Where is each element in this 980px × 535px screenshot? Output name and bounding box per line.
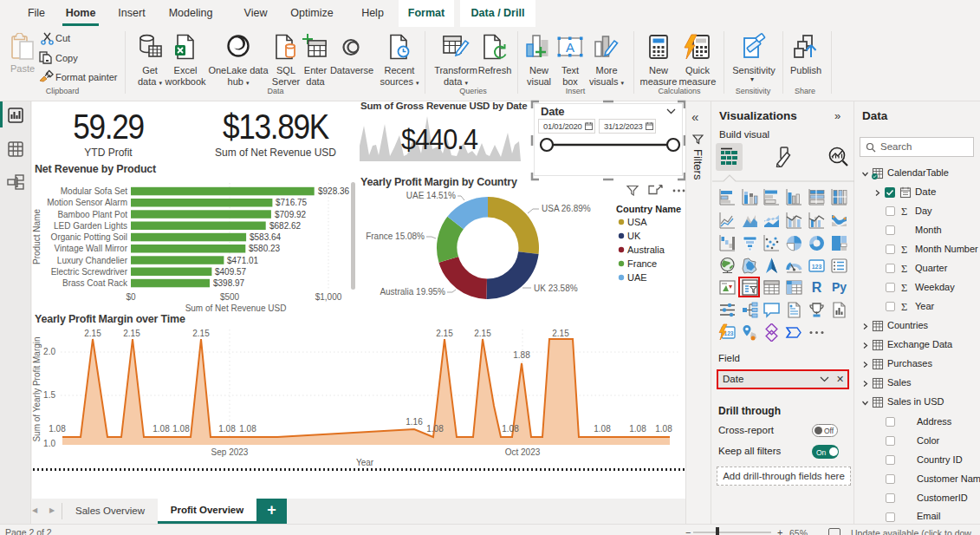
- svg-text:1.16: 1.16: [406, 417, 423, 427]
- svg-text:1.0: 1.0: [43, 439, 55, 448]
- svg-text:Sep 2023: Sep 2023: [211, 447, 249, 457]
- svg-text:1.5: 1.5: [43, 390, 55, 400]
- svg-text:France 15.08%: France 15.08%: [366, 232, 425, 241]
- svg-text:123: 123: [724, 330, 734, 336]
- svg-text:$716.75: $716.75: [276, 198, 308, 207]
- svg-text:1.08: 1.08: [629, 424, 646, 434]
- svg-text:Australia 19.95%: Australia 19.95%: [380, 287, 445, 297]
- svg-text:France: France: [627, 258, 657, 269]
- svg-text:1.08: 1.08: [655, 424, 672, 434]
- svg-text:2.15: 2.15: [192, 329, 210, 338]
- svg-text:2.15: 2.15: [436, 329, 453, 338]
- svg-text:UAE: UAE: [627, 272, 647, 283]
- svg-text:1.08: 1.08: [218, 424, 236, 434]
- svg-text:Vintage Wall Mirror: Vintage Wall Mirror: [55, 244, 128, 253]
- svg-text:1.08: 1.08: [426, 424, 444, 434]
- svg-text:Luxury Chandelier: Luxury Chandelier: [57, 256, 128, 265]
- svg-text:$928.36: $928.36: [318, 186, 350, 196]
- svg-text:R: R: [812, 280, 822, 295]
- svg-text:UK: UK: [627, 231, 641, 241]
- svg-text:1.08: 1.08: [49, 424, 66, 434]
- svg-text:$409.57: $409.57: [215, 267, 247, 277]
- svg-text:1.88: 1.88: [513, 350, 530, 360]
- svg-text:$0: $0: [126, 292, 136, 302]
- svg-text:Brass Coat Rack: Brass Coat Rack: [62, 278, 128, 288]
- svg-text:123: 123: [811, 263, 821, 269]
- svg-text:$471.01: $471.01: [227, 256, 259, 265]
- svg-text:1.08: 1.08: [502, 424, 519, 434]
- svg-text:LED Garden Lights: LED Garden Lights: [54, 221, 127, 231]
- svg-text:2.15: 2.15: [474, 329, 491, 338]
- svg-text:2.15: 2.15: [123, 329, 140, 338]
- svg-text:$398.97: $398.97: [213, 278, 245, 288]
- svg-text:$500: $500: [220, 292, 240, 302]
- svg-text:2.15: 2.15: [84, 329, 101, 338]
- svg-text:UAE 14.51%: UAE 14.51%: [406, 191, 456, 200]
- svg-text:1.08: 1.08: [153, 424, 170, 434]
- svg-text:1.08: 1.08: [172, 424, 190, 434]
- svg-text:Sum of Yearly Profit Margin: Sum of Yearly Profit Margin: [32, 336, 42, 441]
- svg-text:Motion Sensor Alarm: Motion Sensor Alarm: [47, 198, 127, 207]
- svg-text:Electric Screwdriver: Electric Screwdriver: [51, 267, 128, 277]
- svg-text:USA: USA: [627, 217, 647, 227]
- svg-text:2.0: 2.0: [43, 347, 55, 356]
- svg-text:Modular Sofa Set: Modular Sofa Set: [61, 186, 127, 196]
- svg-text:Organic Potting Soil: Organic Potting Soil: [51, 232, 127, 242]
- svg-text:UK 23.58%: UK 23.58%: [534, 284, 578, 293]
- svg-text:Product Name: Product Name: [32, 209, 42, 264]
- svg-text:$1,000: $1,000: [315, 292, 342, 302]
- svg-text:Australia: Australia: [627, 245, 665, 255]
- svg-text:USA 26.89%: USA 26.89%: [542, 204, 591, 213]
- svg-text:$709.92: $709.92: [275, 210, 307, 219]
- svg-text:2.15: 2.15: [552, 329, 569, 338]
- svg-text:$583.64: $583.64: [250, 232, 282, 242]
- svg-text:$682.62: $682.62: [269, 221, 302, 231]
- svg-text:Py: Py: [831, 280, 846, 294]
- svg-text:1.08: 1.08: [239, 424, 256, 434]
- svg-text:1.08: 1.08: [594, 424, 611, 434]
- svg-text:Oct 2023: Oct 2023: [505, 447, 541, 457]
- svg-text:Bamboo Plant Pot: Bamboo Plant Pot: [57, 210, 127, 219]
- svg-text:$580.23: $580.23: [249, 244, 281, 253]
- svg-text:A: A: [566, 40, 574, 55]
- svg-text:Year: Year: [356, 458, 374, 467]
- svg-text:Sum of Net Revenue USD: Sum of Net Revenue USD: [185, 303, 287, 313]
